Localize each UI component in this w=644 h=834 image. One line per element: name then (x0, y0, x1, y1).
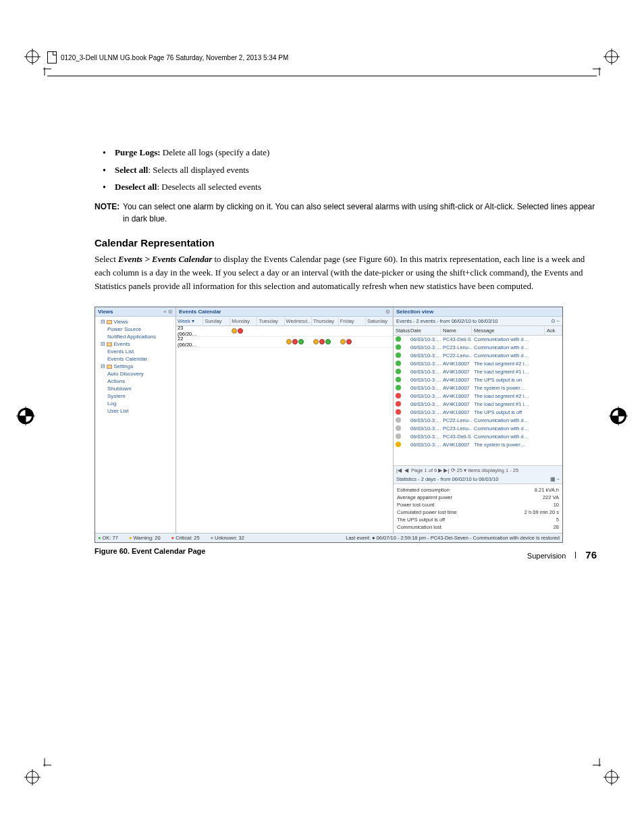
pager[interactable]: |◀ ◀ Page 1 of 6 ▶ ▶| ⟳ 25 ▾ Items displ… (394, 465, 562, 475)
status-dot-icon (396, 434, 401, 439)
page-footer: Supervision 76 (527, 549, 597, 561)
views-panel-title: Views« ⊙ (95, 307, 176, 317)
status-critical: Critical: 25 (171, 535, 200, 541)
warning-dot-icon (340, 339, 346, 344)
tree-item[interactable]: System (97, 392, 174, 400)
panel-gear-icon[interactable]: ⊙ (385, 309, 390, 315)
event-row[interactable]: 06/03/10-3:…PC43-Dell-S…Communication wi… (394, 433, 562, 441)
ok-dot-icon (325, 339, 331, 344)
selection-panel-title: Selection view (394, 307, 562, 317)
status-dot-icon (396, 385, 401, 390)
tree-item[interactable]: Events Calendar (97, 355, 174, 363)
calendar-col-header[interactable]: Monday (230, 317, 257, 325)
critical-dot-icon (319, 339, 325, 344)
tree-item[interactable]: ⊟ Events (97, 340, 174, 348)
event-row[interactable]: 06/03/10-3:…PC22-Leno-…Communication wit… (394, 417, 562, 425)
stat-row: Average apparent power222 VA (397, 494, 559, 501)
calendar-col-header[interactable]: Tuesday (257, 317, 284, 325)
page-header: 0120_3-Dell ULNM UG.book Page 76 Saturda… (47, 51, 597, 66)
calendar-header: Week ▾SundayMondayTuesdayWednesd…Thursda… (176, 317, 393, 326)
list-item: Deselect all: Deselects all selected eve… (115, 180, 597, 194)
tree-item[interactable]: Power Source (97, 325, 174, 333)
stat-row: The UPS output is off5 (397, 516, 559, 523)
tree-item[interactable]: ⊟ Settings (97, 363, 174, 370)
status-dot-icon (396, 417, 401, 423)
folder-icon (107, 320, 112, 324)
panel-controls-icon[interactable]: ▦ − (550, 476, 560, 482)
pager-prev-icon[interactable]: ◀ (404, 467, 408, 473)
note-label: NOTE: (95, 201, 120, 225)
list-item: Select all: Selects all displayed events (115, 163, 597, 177)
event-row[interactable]: 06/03/10-3:…AV4K18007The UPS output is o… (394, 409, 562, 417)
calendar-col-header[interactable]: Saturday (366, 317, 393, 325)
critical-dot-icon (346, 339, 352, 344)
tree-item[interactable]: Log (97, 400, 174, 407)
calendar-panel-title: Events Calendar⊙ (176, 307, 393, 317)
event-row[interactable]: 06/03/10-3:…AV4K18007The load segment #1… (394, 368, 562, 376)
footer-divider-icon (575, 552, 576, 558)
event-row[interactable]: 06/03/10-3:…AV4K18007The system is power… (394, 441, 562, 449)
section-heading: Calendar Representation (95, 237, 597, 249)
event-row[interactable]: 06/03/10-3:…PC43-Dell-S…Communication wi… (394, 336, 562, 344)
book-page-icon (47, 51, 57, 63)
crop-mark-icon (593, 49, 620, 76)
calendar-col-header[interactable]: Thursday (312, 317, 339, 325)
event-row[interactable]: 06/03/10-3:…AV4K18007The load segment #1… (394, 400, 562, 409)
note-block: NOTE: You can select one alarm by clicki… (95, 201, 597, 225)
header-text: 0120_3-Dell ULNM UG.book Page 76 Saturda… (61, 54, 288, 61)
stat-row: Cumulated power lost time2 h 09 min 20 s (397, 509, 559, 516)
panel-controls-icon[interactable]: ⊙ − (551, 318, 560, 324)
events-table-header: Status Date Name Message Ack (394, 326, 562, 336)
folder-icon (107, 365, 112, 369)
status-dot-icon (396, 369, 401, 374)
stat-row: Power lost count10 (397, 501, 559, 509)
status-dot-icon (396, 442, 401, 447)
calendar-col-header[interactable]: Friday (339, 317, 366, 325)
status-dot-icon (396, 425, 401, 431)
status-dot-icon (396, 344, 401, 350)
tree-item[interactable]: Shutdown (97, 385, 174, 392)
calendar-row[interactable]: 23 (06/20… (176, 326, 393, 337)
stat-row: Communication lost28 (397, 523, 559, 531)
tree-item[interactable]: Actions (97, 377, 174, 385)
selection-panel: Selection view Events - 2 events - from … (394, 307, 562, 533)
calendar-col-header[interactable]: Wednesd… (285, 317, 312, 325)
pager-first-icon[interactable]: |◀ (396, 467, 402, 473)
calendar-row[interactable]: 22 (06/20… (176, 337, 393, 348)
warning-dot-icon (232, 328, 237, 334)
event-row[interactable]: 06/03/10-3:…PC23-Leno-…Communication wit… (394, 425, 562, 433)
tree-item[interactable]: Notified Applications (97, 333, 174, 340)
calendar-col-header[interactable]: Sunday (203, 317, 230, 325)
calendar-body[interactable]: 23 (06/20…22 (06/20… (176, 326, 393, 533)
event-row[interactable]: 06/03/10-3:…AV4K18007The load segment #2… (394, 360, 562, 368)
statistics-body: Estimated consumption8.21 kVA.hAverage a… (394, 484, 562, 533)
tree-item[interactable]: Auto Discovery (97, 370, 174, 377)
events-table-body[interactable]: 06/03/10-3:…PC43-Dell-S…Communication wi… (394, 336, 562, 465)
panel-controls-icon[interactable]: « ⊙ (163, 309, 173, 315)
status-dot-icon (396, 377, 401, 382)
folder-icon (107, 342, 112, 346)
status-warning: Warning: 20 (129, 535, 161, 541)
app-screenshot: Views« ⊙ ⊟ ViewsPower SourceNotified App… (95, 307, 563, 543)
tree-item[interactable]: ⊟ Views (97, 318, 174, 325)
event-row[interactable]: 06/03/10-3:…PC22-Leno-…Communication wit… (394, 352, 562, 360)
warning-dot-icon (313, 339, 319, 344)
header-rule (47, 76, 597, 76)
events-subheader: Events - 2 events - from 06/02/10 to 06/… (394, 317, 562, 326)
tree-item[interactable]: User List (97, 407, 174, 415)
event-row[interactable]: 06/03/10-3:…AV4K18007The UPS output is o… (394, 376, 562, 384)
crop-mark-icon (593, 758, 620, 785)
critical-dot-icon (238, 328, 243, 334)
tree-item[interactable]: Events List (97, 348, 174, 355)
event-row[interactable]: 06/03/10-3:…AV4K18007The load segment #2… (394, 392, 562, 400)
registration-mark-icon (16, 407, 35, 428)
calendar-col-header[interactable]: Week ▾ (176, 317, 203, 325)
nav-tree[interactable]: ⊟ ViewsPower SourceNotified Applications… (95, 317, 176, 416)
bullet-list: Purge Logs: Delete all logs (specify a d… (95, 146, 597, 194)
event-row[interactable]: 06/03/10-3:…AV4K18007The system is power… (394, 384, 562, 392)
warning-dot-icon (286, 339, 292, 344)
event-row[interactable]: 06/03/10-3:…PC23-Leno-…Communication wit… (394, 344, 562, 352)
views-panel: Views« ⊙ ⊟ ViewsPower SourceNotified App… (95, 307, 176, 533)
critical-dot-icon (292, 339, 298, 344)
figure-caption: Figure 60. Event Calendar Page (95, 547, 597, 555)
